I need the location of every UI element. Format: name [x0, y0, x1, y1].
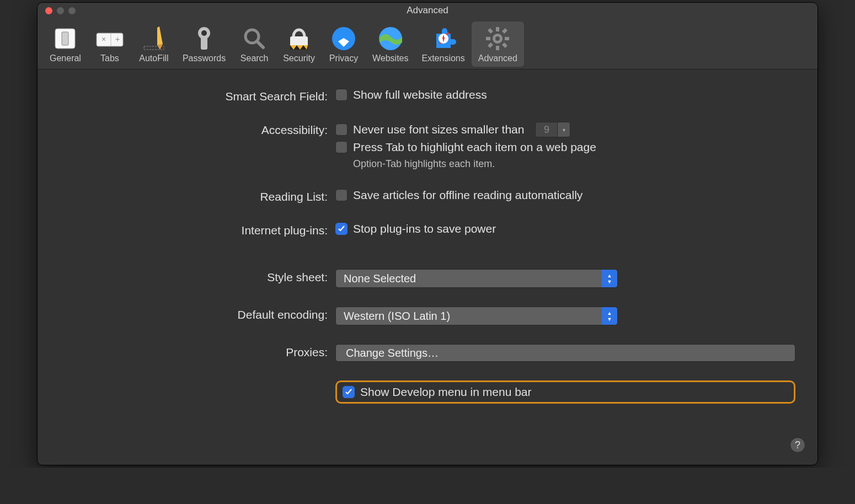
tab-privacy[interactable]: Privacy [322, 22, 366, 67]
close-button[interactable] [45, 7, 52, 14]
websites-icon [375, 25, 406, 52]
tab-websites[interactable]: Websites [366, 22, 415, 67]
develop-menu-checkbox[interactable] [343, 386, 355, 398]
tab-label: General [50, 53, 81, 63]
svg-rect-26 [486, 37, 490, 40]
tab-label: Passwords [183, 53, 226, 63]
autofill-icon [138, 25, 169, 52]
reading-list-label: Reading List: [60, 189, 335, 203]
tab-security[interactable]: Security [276, 22, 322, 67]
svg-rect-27 [505, 37, 509, 40]
tab-label: Search [241, 53, 269, 63]
svg-rect-29 [502, 42, 507, 48]
tab-highlight-note: Option-Tab highlights each item. [353, 158, 795, 170]
plugins-label: Internet plug-ins: [60, 222, 335, 237]
preferences-toolbar: General ×+ Tabs AutoFill Passwords Searc… [38, 18, 817, 69]
svg-text:+: + [115, 35, 120, 44]
tab-label: Privacy [329, 53, 358, 63]
tab-general[interactable]: General [43, 22, 88, 67]
tab-autofill[interactable]: AutoFill [132, 22, 176, 67]
tab-label: AutoFill [139, 53, 168, 63]
show-full-url-label: Show full website address [353, 88, 487, 101]
svg-rect-30 [502, 28, 507, 34]
tab-label: Extensions [421, 53, 464, 63]
passwords-icon [189, 25, 220, 52]
svg-rect-11 [201, 36, 207, 50]
stylesheet-label: Style sheet: [60, 269, 335, 284]
stylesheet-popup[interactable]: None Selected ▲▼ [335, 269, 618, 288]
advanced-pane: Smart Search Field: Show full website ad… [38, 69, 817, 420]
svg-line-13 [257, 41, 263, 47]
svg-text:×: × [101, 35, 106, 44]
tab-highlight-label: Press Tab to highlight each item on a we… [353, 141, 596, 154]
popup-arrows-icon: ▲▼ [602, 270, 617, 287]
proxies-change-button[interactable]: Change Settings… [335, 344, 795, 362]
svg-rect-28 [488, 28, 493, 34]
encoding-label: Default encoding: [60, 307, 335, 321]
encoding-value: Western (ISO Latin 1) [344, 310, 450, 323]
titlebar: Advanced [38, 3, 817, 18]
window-controls [38, 7, 76, 14]
svg-rect-24 [496, 27, 499, 31]
general-icon [50, 25, 81, 52]
tab-advanced[interactable]: Advanced [472, 22, 524, 67]
search-icon [239, 25, 270, 52]
extensions-icon [428, 25, 459, 52]
min-font-select[interactable]: 9 ▾ [535, 122, 570, 137]
stylesheet-value: None Selected [344, 272, 416, 285]
stop-plugins-label: Stop plug-ins to save power [353, 222, 496, 235]
svg-marker-6 [157, 26, 163, 45]
svg-rect-31 [488, 42, 493, 48]
develop-menu-label: Show Develop menu in menu bar [360, 385, 532, 399]
min-font-value: 9 [535, 122, 557, 137]
encoding-popup[interactable]: Western (ISO Latin 1) ▲▼ [335, 307, 618, 325]
advanced-icon [482, 25, 513, 52]
window-title: Advanced [38, 5, 817, 16]
minimize-button[interactable] [57, 7, 64, 14]
popup-arrows-icon: ▲▼ [602, 307, 617, 325]
security-icon [284, 25, 314, 52]
tab-passwords[interactable]: Passwords [176, 22, 232, 67]
preferences-window: Advanced General ×+ Tabs AutoFill Passwo… [37, 2, 818, 465]
privacy-icon [328, 25, 359, 52]
offline-reading-label: Save articles for offline reading automa… [353, 189, 583, 202]
tab-search[interactable]: Search [232, 22, 276, 67]
tab-label: Tabs [100, 53, 119, 63]
tab-label: Security [283, 53, 315, 63]
smart-search-label: Smart Search Field: [60, 88, 335, 103]
proxies-label: Proxies: [60, 344, 335, 359]
show-full-url-checkbox[interactable] [335, 89, 348, 101]
tab-extensions[interactable]: Extensions [415, 22, 471, 67]
tab-tabs[interactable]: ×+ Tabs [88, 22, 132, 67]
tab-label: Websites [372, 53, 409, 63]
accessibility-label: Accessibility: [60, 122, 335, 137]
svg-point-23 [495, 36, 500, 41]
tabs-icon: ×+ [94, 25, 125, 52]
stop-plugins-checkbox[interactable] [335, 223, 348, 235]
zoom-button[interactable] [68, 7, 76, 14]
min-font-checkbox[interactable] [335, 124, 348, 136]
chevron-down-icon[interactable]: ▾ [557, 122, 570, 137]
min-font-label: Never use font sizes smaller than [353, 123, 524, 136]
svg-point-10 [201, 30, 207, 36]
offline-reading-checkbox[interactable] [335, 189, 348, 201]
tab-highlight-checkbox[interactable] [335, 141, 348, 153]
develop-menu-highlight: Show Develop menu in menu bar [335, 380, 795, 404]
help-button[interactable]: ? [790, 437, 805, 453]
svg-rect-25 [496, 46, 499, 50]
tab-label: Advanced [478, 53, 517, 63]
svg-rect-1 [62, 32, 68, 45]
